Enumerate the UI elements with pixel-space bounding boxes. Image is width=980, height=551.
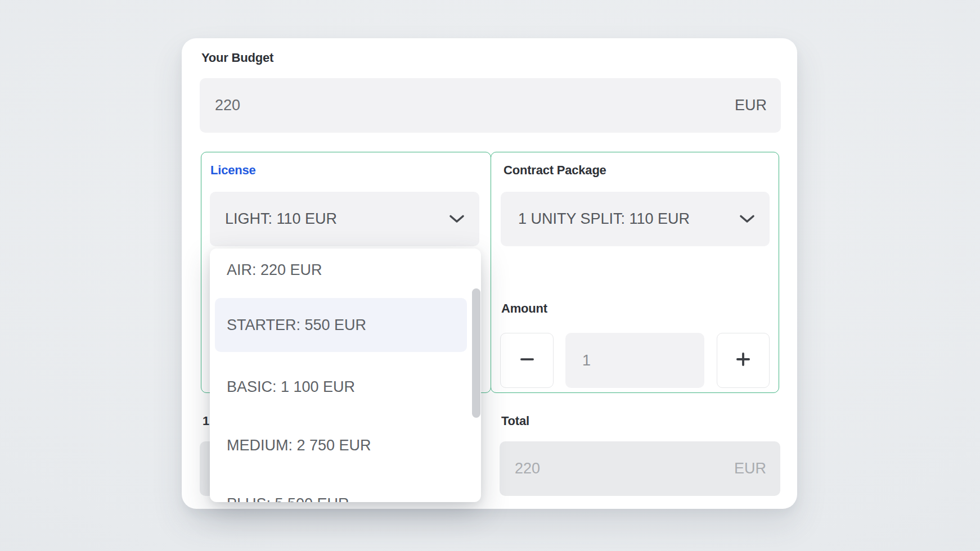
chevron-down-icon (449, 214, 465, 224)
left-summary-label: 1 (203, 414, 209, 428)
dropdown-option[interactable]: PLUS: 5 500 EUR (215, 477, 467, 502)
budget-label: Your Budget (201, 51, 273, 65)
dropdown-option-highlighted[interactable]: STARTER: 550 EUR (215, 298, 467, 352)
contract-label: Contract Package (504, 163, 606, 178)
license-select[interactable]: LIGHT: 110 EUR (210, 192, 479, 246)
license-dropdown-menu: AIR: 220 EUR STARTER: 550 EUR BASIC: 1 1… (210, 249, 481, 502)
license-selected-value: LIGHT: 110 EUR (225, 210, 337, 228)
budget-input[interactable]: 220 EUR (200, 78, 781, 133)
amount-input[interactable]: 1 (565, 333, 704, 388)
contract-select[interactable]: 1 UNITY SPLIT: 110 EUR (501, 192, 770, 246)
dropdown-option[interactable]: BASIC: 1 100 EUR (215, 360, 467, 414)
increment-button[interactable] (717, 333, 770, 388)
amount-value: 1 (582, 352, 591, 369)
license-label: License (210, 163, 256, 178)
budget-currency: EUR (735, 97, 767, 114)
budget-value: 220 (215, 97, 240, 114)
dropdown-option[interactable]: AIR: 220 EUR (215, 249, 467, 297)
minus-icon (519, 351, 535, 369)
dropdown-option[interactable]: MEDIUM: 2 750 EUR (215, 418, 467, 472)
total-currency: EUR (734, 460, 766, 477)
total-value: 220 (515, 460, 540, 477)
page-background: Your Budget 220 EUR License LIGHT: 110 E… (0, 0, 980, 551)
dropdown-scrollbar[interactable] (472, 288, 480, 418)
contract-selected-value: 1 UNITY SPLIT: 110 EUR (518, 210, 690, 228)
total-label: Total (501, 414, 529, 428)
chevron-down-icon (739, 214, 755, 224)
amount-label: Amount (501, 301, 547, 316)
total-field: 220 EUR (500, 441, 780, 496)
plus-icon (735, 351, 752, 370)
decrement-button[interactable] (500, 333, 554, 388)
